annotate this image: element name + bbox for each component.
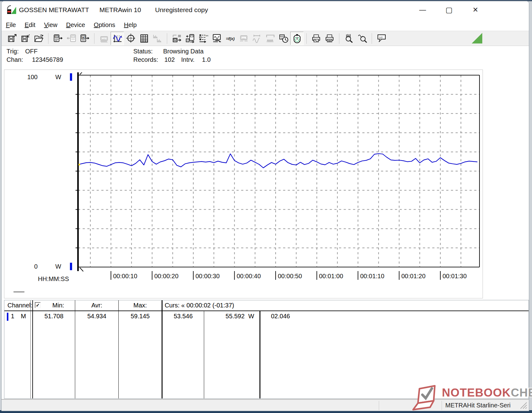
xy-view-button[interactable] — [124, 32, 137, 45]
sampling-view-button — [264, 32, 277, 45]
connected-device-name: METRAHit Starline-Seri — [445, 402, 511, 409]
annotation-button[interactable]: 1/2 — [375, 32, 388, 45]
table-view-button[interactable] — [137, 32, 151, 45]
status-bar-divider — [379, 401, 379, 410]
read-device-button[interactable]: 321 — [51, 32, 65, 45]
svg-text:00:00:10: 00:00:10 — [113, 273, 137, 279]
svg-text:00:01:00: 00:01:00 — [319, 273, 343, 279]
svg-text:321: 321 — [55, 36, 58, 38]
menu-item-view[interactable]: View — [44, 21, 57, 29]
y-axis-unit-top: W — [55, 74, 61, 81]
chart-view-button[interactable] — [111, 32, 124, 45]
resize-grip[interactable] — [519, 401, 527, 411]
read-memory-icon: M — [80, 34, 90, 43]
chart-plot[interactable]: 00:00:1000:00:2000:00:3000:00:4000:00:50… — [76, 72, 483, 290]
toolbar: 321321M1257MAX=f(x)321121/2 — [2, 31, 529, 46]
status-bar: METRAHit Starline-Seri — [2, 399, 529, 411]
svg-text:00:00:30: 00:00:30 — [195, 273, 220, 279]
readout-table: Channel: ✓ Min: Avr: Max: Curs: « 00:00:… — [4, 300, 529, 399]
x-axis-format-label: HH:MM:SS — [38, 275, 69, 283]
numeric-display-button: 1257 — [97, 32, 111, 45]
print-preview-icon — [311, 34, 321, 43]
menu-item-edit[interactable]: Edit — [25, 21, 35, 29]
zoom-amplitude-button[interactable] — [355, 32, 369, 45]
live-gauge-button[interactable] — [290, 32, 304, 45]
mini-display-icon: 321 — [239, 34, 249, 43]
svg-text:M: M — [82, 36, 84, 39]
time-setup-button[interactable]: 12 — [277, 32, 290, 45]
zoom-time-button[interactable] — [342, 32, 355, 45]
min-value: 51.708 — [33, 313, 75, 320]
app-title: GOSSEN METRAWATT — [19, 6, 89, 14]
svg-text:00:01:10: 00:01:10 — [360, 273, 384, 279]
menu-item-options[interactable]: Options — [94, 21, 115, 29]
minimize-button[interactable]: — — [415, 4, 430, 16]
svg-text:1257: 1257 — [102, 38, 106, 39]
avr-value: 54.934 — [75, 313, 118, 320]
read-memory-button[interactable]: M — [78, 32, 91, 45]
svg-text:00:00:50: 00:00:50 — [278, 273, 302, 279]
menu-item-device[interactable]: Device — [66, 21, 85, 29]
cursor-unit: W — [248, 313, 254, 320]
license-status: Unregistered copy — [155, 6, 208, 14]
records-value: 102 — [164, 56, 175, 63]
menu-item-file[interactable]: File — [6, 21, 16, 29]
channel-mode: M — [21, 313, 26, 320]
channel-setup-icon: MAX — [199, 34, 209, 43]
svg-text:00:01:20: 00:01:20 — [401, 273, 426, 279]
svg-text:00:00:20: 00:00:20 — [154, 273, 179, 279]
print-button[interactable] — [323, 32, 336, 45]
print-preview-button[interactable] — [310, 32, 323, 45]
table-divider — [30, 300, 31, 398]
chart-view-icon — [112, 34, 122, 43]
toolbar-separator — [48, 33, 48, 44]
menu-item-help[interactable]: Help — [124, 21, 137, 29]
read-device-icon: 321 — [53, 34, 63, 43]
col-header-channel: Channel: — [7, 302, 32, 309]
toolbar-separator — [306, 33, 307, 44]
channel-setup-button[interactable]: MAX — [197, 32, 210, 45]
write-device-button: 321 — [65, 32, 78, 45]
histogram-view-icon — [153, 34, 163, 43]
print-icon — [325, 34, 335, 43]
formula-button[interactable]: =f(x) — [223, 32, 237, 45]
interval-label: Intrv. — [181, 56, 195, 63]
time-setup-icon: 12 — [279, 34, 289, 43]
checkbox-check-icon: ✓ — [36, 302, 40, 308]
records-label: Records: — [133, 56, 158, 63]
close-button[interactable]: ✕ — [468, 4, 483, 16]
channel-color-bar — [7, 313, 8, 321]
zoom-time-icon — [344, 34, 354, 43]
svg-text:321: 321 — [71, 36, 74, 38]
max-value: 59.145 — [119, 313, 162, 320]
pane-splitter-handle[interactable] — [13, 291, 25, 293]
status-bar-divider — [442, 401, 442, 410]
channel-marker-bottom — [70, 263, 72, 270]
col-header-min: Min: — [42, 302, 75, 309]
col-header-cursor: Curs: « 00:00:02 (-01:37) — [165, 302, 234, 309]
channel-number: 1 — [11, 313, 14, 320]
maximize-button[interactable]: ▢ — [441, 4, 457, 16]
col-header-avr: Avr: — [75, 302, 118, 309]
device-store-button[interactable] — [183, 32, 197, 45]
status-value: Browsing Data — [163, 48, 204, 55]
svg-text:MAX: MAX — [206, 35, 209, 37]
app-window: GOSSEN METRAWATT METRAwin 10 Unregistere… — [1, 1, 529, 411]
channel-marker-top — [70, 73, 72, 81]
device-store-icon — [185, 34, 195, 43]
save-as-button[interactable] — [19, 32, 32, 45]
channel-value: 123456789 — [32, 56, 63, 63]
toolbar-separator — [94, 33, 94, 44]
open-file-button[interactable] — [32, 32, 45, 45]
monitor-view-button[interactable] — [210, 32, 223, 45]
table-view-icon — [139, 34, 149, 43]
export-data-button[interactable] — [170, 32, 183, 45]
save-to-file-button[interactable] — [5, 32, 19, 45]
svg-text:=f(x): =f(x) — [226, 36, 235, 41]
export-data-icon — [172, 34, 182, 43]
col-header-max: Max: — [119, 302, 162, 309]
product-title: METRAwin 10 — [99, 6, 141, 14]
channel-visibility-checkbox[interactable]: ✓ — [35, 302, 41, 308]
toolbar-separator — [167, 33, 167, 44]
save-as-icon — [21, 34, 30, 43]
